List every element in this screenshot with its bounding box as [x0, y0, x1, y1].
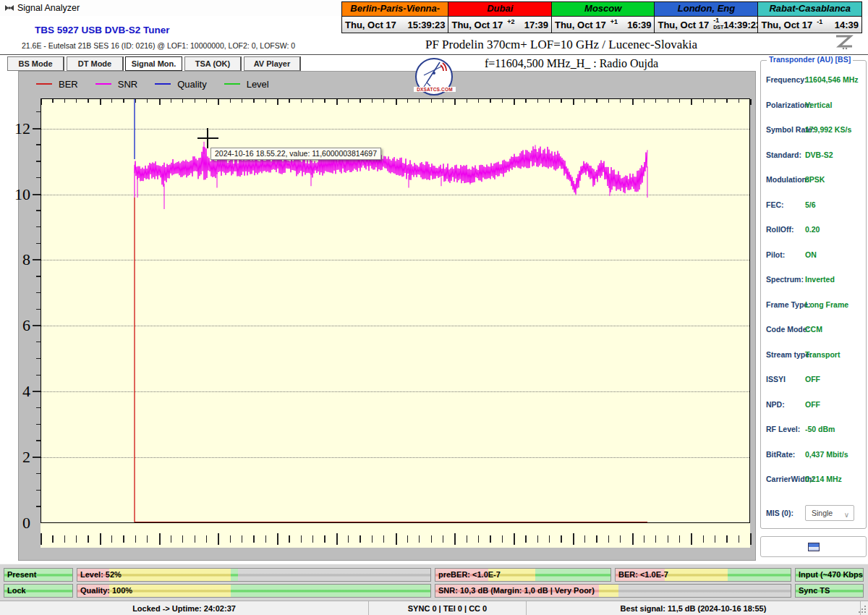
crosshair-v [207, 128, 208, 148]
clock-city-label: Berlin-Paris-Vienna-Roma [342, 2, 448, 17]
x-tick-top [100, 99, 101, 105]
dxsatcs-logo: DXSATCS.COM [414, 58, 456, 97]
legend-line-icon [155, 83, 171, 85]
signal-bar-present: Present [4, 568, 73, 582]
tab-av-player[interactable]: AV Player [244, 56, 301, 71]
legend-label: BER [59, 79, 78, 90]
mis-dropdown[interactable]: Single ∨ [805, 505, 854, 521]
x-tick-bottom [182, 535, 183, 543]
tab-bs-mode[interactable]: BS Mode [7, 56, 64, 71]
x-tick-bottom [100, 533, 101, 545]
tp-value-13: OFF [805, 400, 820, 409]
y-tick-minor [36, 226, 41, 227]
x-tick-top [171, 99, 171, 103]
clock-time-row: Thu, Oct 17+116:39 [552, 17, 655, 33]
bar-label: SNR: 10,3 dB (Margin: 1,0 dB | Very Poor… [438, 585, 595, 597]
x-tick-bottom [289, 535, 289, 543]
clock-date: Thu, Oct 17 [658, 20, 709, 30]
legend-line-icon [95, 83, 111, 85]
y-tick-major [33, 128, 41, 130]
y-tick-minor [36, 342, 41, 342]
x-tick-top [182, 99, 183, 103]
legend-label: Quality [177, 79, 206, 90]
x-tick-bottom [218, 533, 219, 545]
x-tick-top [514, 99, 515, 105]
x-tick-bottom [41, 533, 42, 545]
clock-date: Thu, Oct 17 [345, 20, 396, 30]
tp-label-6: RollOff: [766, 225, 794, 234]
tp-label-9: Frame Type: [766, 300, 811, 309]
x-tick-bottom [171, 535, 171, 543]
signal-bar-lock: Lock [4, 584, 73, 598]
y-axis-label-10: 10 [6, 185, 30, 204]
y-tick-minor [36, 243, 41, 244]
y-tick-minor [36, 177, 41, 178]
x-tick-top [502, 99, 503, 103]
x-tick-bottom [265, 535, 266, 543]
x-tick-top [147, 99, 148, 103]
x-tick-top [123, 99, 124, 103]
y-tick-minor [36, 292, 41, 293]
bar-zone-gray [238, 569, 430, 581]
clock-time-value: 16:39 [627, 20, 651, 30]
tab-tsa-ok-[interactable]: TSA (OK) [184, 56, 242, 71]
tab-signal-mon-[interactable]: Signal Mon. [125, 56, 182, 71]
bar-zone-yellow [599, 585, 618, 597]
x-tick-bottom [726, 535, 727, 543]
bar-zone-green [535, 569, 610, 581]
tp-label-5: FEC: [766, 200, 784, 209]
x-tick-bottom [359, 535, 360, 543]
signal-bar-quality: Quality: 100% [77, 584, 431, 598]
x-tick-top [715, 99, 715, 103]
bar-label: Present [7, 569, 36, 581]
x-tick-bottom [206, 535, 207, 543]
x-tick-bottom [608, 535, 609, 543]
x-tick-bottom [620, 535, 621, 543]
tp-label-10: Code Mode: [766, 325, 809, 334]
legend-item-level: Level [224, 79, 269, 90]
x-tick-bottom [549, 535, 550, 543]
x-tick-bottom [655, 535, 656, 543]
dish-title: PF Prodelin 370cm+ LOF=10 GHz / Lucenec-… [344, 38, 778, 52]
x-tick-bottom [336, 533, 338, 545]
y-tick-minor [36, 375, 41, 376]
y-tick-minor [36, 210, 41, 211]
clock-utc-offset: -1DST [713, 17, 723, 27]
x-tick-top [206, 99, 207, 103]
tab-dt-mode[interactable]: DT Mode [67, 56, 124, 71]
tp-label-7: Pilot: [766, 250, 785, 259]
window-title: Signal Analyzer [17, 3, 80, 13]
x-tick-bottom [525, 535, 526, 543]
tp-value-8: Inverted [805, 275, 835, 284]
statusbar-section-0: Locked -> Uptime: 24:02:37 [0, 601, 369, 615]
tp-label-15: BitRate: [766, 450, 795, 459]
tp-value-0: 11604,546 MHz [805, 75, 859, 84]
tp-value-2: 179,992 KS/s [805, 125, 851, 134]
resize-grip[interactable] [858, 605, 867, 614]
y-tick-major [33, 259, 41, 260]
y-axis-label-12: 12 [6, 119, 30, 138]
tp-label-4: Modulation: [766, 175, 809, 184]
x-tick-bottom [561, 535, 561, 543]
transponder-action-button[interactable] [760, 536, 867, 557]
x-tick-top [691, 99, 692, 105]
tp-value-3: DVB-S2 [805, 150, 833, 159]
tp-label-8: Spectrum: [766, 275, 804, 284]
x-tick-bottom [668, 535, 668, 543]
x-tick-bottom [407, 535, 408, 543]
x-tick-bottom [431, 535, 432, 543]
legend-item-ber: BER [36, 79, 78, 90]
x-tick-bottom [372, 535, 373, 543]
x-tick-top [396, 99, 397, 105]
x-tick-top [218, 99, 219, 105]
legend-item-quality: Quality [155, 79, 206, 90]
bar-zone-green [231, 585, 430, 597]
x-tick-bottom [324, 535, 325, 543]
signal-analyzer-window: Signal Analyzer TBS 5927 USB DVB-S2 Tune… [0, 0, 868, 615]
x-tick-top [407, 99, 408, 103]
clock-time-value: 15:39:23 [407, 20, 445, 30]
x-tick-bottom [52, 535, 53, 543]
x-tick-bottom [88, 535, 88, 543]
x-tick-bottom [490, 535, 490, 543]
tp-value-9: Long Frame [805, 300, 848, 309]
